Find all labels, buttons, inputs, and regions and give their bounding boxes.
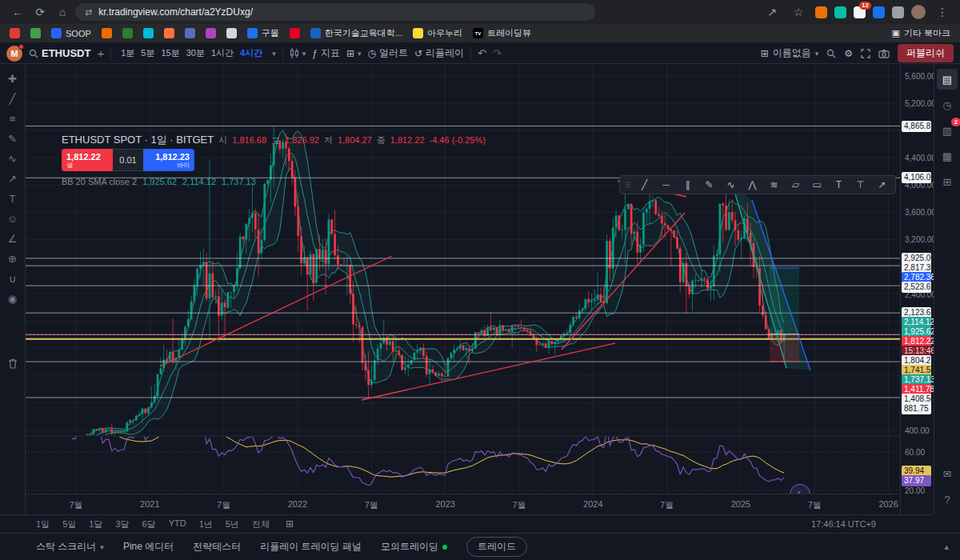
templates-button[interactable]: ⊞▾ <box>346 48 362 59</box>
bookmark-item[interactable] <box>143 28 154 38</box>
time-label[interactable]: 7월 <box>660 499 674 511</box>
floating-drawing-toolbar[interactable]: ⠿╱─∥✎∿⋀≋▱▭T⊤↗ <box>619 175 896 194</box>
delete-tool[interactable] <box>2 354 23 374</box>
tab-Pine 에디터[interactable]: Pine 에디터 <box>123 540 174 554</box>
browser-menu-icon[interactable]: ⋮ <box>933 3 952 21</box>
bookmark-item[interactable] <box>164 28 174 38</box>
timeframe-1시간[interactable]: 1시간 <box>208 47 237 59</box>
crosshair-tool[interactable]: ✚ <box>2 69 23 89</box>
horizontal-line-icon[interactable]: ─ <box>655 179 677 190</box>
help-icon[interactable]: ? <box>937 489 958 510</box>
clock-utc[interactable]: 17:46:14 UTC+9 <box>811 519 876 529</box>
zigzag-icon[interactable]: ∿ <box>720 179 742 190</box>
xabcd-pattern-icon[interactable]: ⋀ <box>742 179 763 190</box>
time-label[interactable]: 2026 <box>878 499 898 509</box>
quantity-field[interactable]: 0.01 <box>113 149 143 171</box>
chart-type-button[interactable]: ▾ <box>290 48 306 59</box>
zoom-tool[interactable]: ⊕ <box>2 249 23 269</box>
tab-리플레이 트레이딩 패널[interactable]: 리플레이 트레이딩 패널 <box>260 540 362 554</box>
buy-button[interactable]: 1,812.23 바이 <box>143 149 194 171</box>
indicators-button[interactable]: ƒ 지표 <box>312 46 340 60</box>
alert-button[interactable]: ◷ 얼러트 <box>368 46 408 60</box>
measure-tool[interactable]: ∠ <box>2 229 23 249</box>
time-label[interactable]: 2025 <box>731 499 750 509</box>
hotlists-icon[interactable]: ▦ <box>937 146 958 166</box>
time-axis[interactable]: 7월20217월20227월20237월20247월20257월2026 <box>26 494 900 514</box>
range-전체[interactable]: 전체 <box>252 518 270 530</box>
profile-avatar[interactable] <box>911 5 926 19</box>
brush-icon[interactable]: ✎ <box>698 179 720 190</box>
text-tool[interactable]: T <box>2 189 23 209</box>
extension-icon-2[interactable] <box>834 6 846 18</box>
fullscreen-icon[interactable] <box>861 49 870 58</box>
bookmark-item[interactable]: TV트레이딩뷰 <box>473 27 531 39</box>
calendar-icon[interactable]: ⊞ <box>937 171 958 192</box>
lock-all-tool[interactable]: ◉ <box>2 289 23 309</box>
trend-line-icon[interactable]: ╱ <box>634 179 655 190</box>
bookmark-item[interactable] <box>30 28 41 38</box>
bookmark-item[interactable] <box>122 28 133 38</box>
time-label[interactable]: 7월 <box>69 499 82 511</box>
range-5년[interactable]: 5년 <box>226 518 239 530</box>
bookmark-item[interactable] <box>206 28 216 38</box>
tab-스탁 스크리너[interactable]: 스탁 스크리너▾ <box>36 540 104 554</box>
redo-icon[interactable]: ↷ <box>493 47 502 59</box>
timeframe-chevron-icon[interactable]: ▾ <box>272 50 276 58</box>
time-label[interactable]: 2021 <box>140 499 159 509</box>
extension-icon-4[interactable] <box>873 6 885 18</box>
refresh-icon[interactable]: ⟳ <box>30 3 50 21</box>
bookmark-item[interactable] <box>290 28 300 38</box>
chat-icon[interactable]: ✉ <box>937 463 958 484</box>
magnet-tool[interactable]: ∪ <box>2 269 23 289</box>
tab-전략테스터[interactable]: 전략테스터 <box>193 540 241 554</box>
goto-date-icon[interactable]: ⊞ <box>286 518 294 530</box>
timeframe-5분[interactable]: 5분 <box>138 47 158 59</box>
range-5일[interactable]: 5일 <box>62 518 76 530</box>
time-label[interactable]: 2023 <box>435 499 454 509</box>
back-icon[interactable]: ← <box>8 3 27 21</box>
time-label[interactable]: 7월 <box>365 499 378 511</box>
time-label[interactable]: 7월 <box>512 499 526 511</box>
chart-pane[interactable]: ETHUSDT SPOT · 1일 · BITGET 시1,816.68 고1,… <box>26 64 900 494</box>
replay-button[interactable]: ↺ 리플레이 <box>414 46 464 60</box>
timeframe-15분[interactable]: 15분 <box>158 47 182 59</box>
bookmark-item[interactable] <box>226 28 237 38</box>
forecast-tool[interactable]: ↗ <box>2 169 23 189</box>
address-bar[interactable]: ⇄ kr.tradingview.com/chart/a2YzDUxg/ <box>75 3 595 21</box>
arrow-marker-icon[interactable]: ↗ <box>871 179 893 190</box>
symbol-legend[interactable]: ETHUSDT SPOT · 1일 · BITGET 시1,816.68 고1,… <box>62 133 486 147</box>
parallel-channel-icon[interactable]: ∥ <box>677 179 698 190</box>
other-bookmarks[interactable]: ▣ 기타 북마크 <box>892 27 950 39</box>
bookmark-item[interactable] <box>102 28 112 38</box>
bookmark-item[interactable]: 아우누리 <box>413 27 462 39</box>
panel-expand-icon[interactable]: ▴ <box>944 542 949 552</box>
symbol-search-button[interactable]: ETHUSDT <box>29 47 90 59</box>
time-label[interactable]: 2024 <box>583 499 602 509</box>
timeframe-30분[interactable]: 30분 <box>183 47 208 59</box>
watchlist-icon[interactable]: ▤ <box>937 69 958 90</box>
quick-search-icon[interactable] <box>826 49 836 58</box>
pattern-tool[interactable]: ∿ <box>2 149 23 169</box>
anchored-text-icon[interactable]: ⊤ <box>850 179 871 190</box>
site-settings-icon[interactable]: ⇄ <box>85 7 92 18</box>
price-axis[interactable]: 5,600.005,200.004,400.004,000.003,600.00… <box>900 64 934 514</box>
undo-icon[interactable]: ↶ <box>478 47 486 59</box>
range-1일[interactable]: 1일 <box>36 518 50 530</box>
rectangle-icon[interactable]: ▭ <box>806 179 828 190</box>
fib-retracement-tool[interactable]: ≡ <box>2 109 23 129</box>
time-label[interactable]: 7월 <box>808 499 822 511</box>
flat-channel-icon[interactable]: ▱ <box>785 179 806 190</box>
bookmark-item[interactable]: SOOP <box>51 28 91 38</box>
layout-menu[interactable]: ⊞ 이름없음 ▾ <box>761 46 819 60</box>
user-avatar[interactable]: M <box>6 46 22 62</box>
bookmark-item[interactable] <box>10 28 20 38</box>
range-3달[interactable]: 3달 <box>115 518 129 530</box>
snapshot-camera-icon[interactable] <box>878 49 890 58</box>
bookmark-item[interactable]: 구몰 <box>247 27 279 39</box>
extension-icon-3[interactable]: 12 <box>854 6 866 18</box>
bb-legend[interactable]: BB 20 SMA close 2 1,925.62 2,114.12 1,73… <box>62 177 256 186</box>
range-1달[interactable]: 1달 <box>89 518 102 530</box>
bookmark-item[interactable] <box>185 28 195 38</box>
time-label[interactable]: 7월 <box>217 499 230 511</box>
tab-모의트레이딩[interactable]: 모의트레이딩 <box>381 540 447 554</box>
